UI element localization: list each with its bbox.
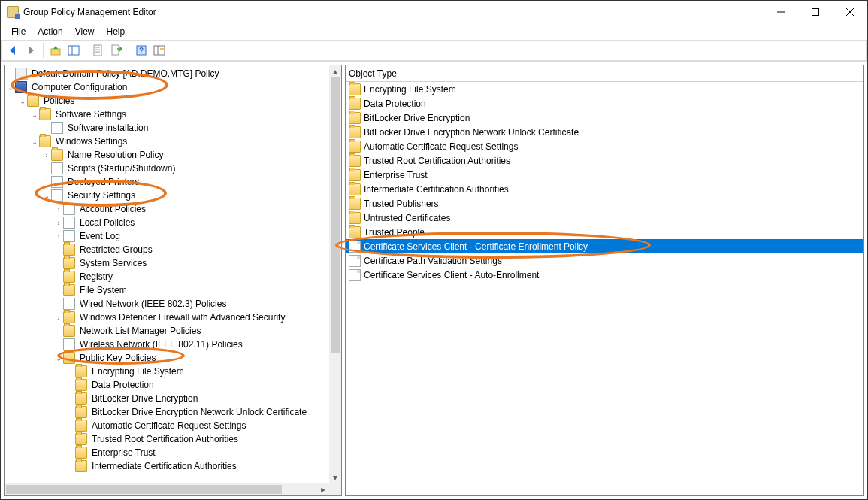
svg-rect-11	[112, 45, 119, 55]
tree-local-policies[interactable]: ›Local Policies	[5, 216, 329, 229]
folder-icon	[349, 155, 361, 167]
folder-icon	[27, 95, 39, 107]
tree-efs[interactable]: ›Encrypting File System	[5, 365, 329, 378]
chevron-down-icon[interactable]: ⌄	[30, 138, 39, 146]
chevron-right-icon[interactable]: ›	[42, 151, 51, 159]
chevron-right-icon[interactable]: ›	[54, 232, 63, 241]
tree-public-key-policies[interactable]: ⌄Public Key Policies	[5, 351, 329, 365]
tree-restricted-groups[interactable]: ›Restricted Groups	[5, 243, 329, 256]
list-body[interactable]: Encrypting File SystemData ProtectionBit…	[346, 82, 863, 495]
tree-bitlocker[interactable]: ›BitLocker Drive Encryption	[5, 392, 329, 405]
list-item[interactable]: Automatic Certificate Request Settings	[346, 139, 863, 153]
tree-security-settings[interactable]: ⌄Security Settings	[5, 189, 329, 202]
folder-icon	[75, 406, 87, 418]
tree-root[interactable]: ▾Default Domain Policy [AD.DEMO.MTG] Pol…	[5, 67, 329, 80]
tree-name-resolution[interactable]: ›Name Resolution Policy	[5, 148, 329, 162]
policy-icon	[63, 217, 75, 229]
properties-icon[interactable]	[90, 42, 107, 59]
chevron-down-icon[interactable]: ⌄	[42, 192, 51, 200]
list-item[interactable]: Trusted Publishers	[346, 196, 863, 211]
show-hide-tree-icon[interactable]	[65, 42, 82, 59]
menu-file[interactable]: File	[5, 24, 32, 39]
svg-rect-5	[68, 46, 79, 55]
close-button[interactable]	[833, 1, 867, 23]
folder-icon	[63, 271, 75, 283]
export-icon[interactable]	[108, 42, 125, 59]
tree-registry[interactable]: ›Registry	[5, 270, 329, 283]
list-item[interactable]: Certificate Path Validation Settings	[346, 253, 863, 268]
list-item[interactable]: Certificate Services Client - Auto-Enrol…	[346, 268, 863, 282]
tree-policies[interactable]: ⌄Policies	[5, 94, 329, 108]
vertical-scrollbar[interactable]: ▴ ▾	[329, 65, 341, 483]
tree-software-settings[interactable]: ⌄Software Settings	[5, 108, 329, 121]
chevron-right-icon[interactable]: ›	[54, 314, 63, 322]
tree-ica[interactable]: ›Intermediate Certification Authorities	[5, 459, 329, 473]
folder-icon	[75, 379, 87, 391]
column-header-object-type[interactable]: Object Type	[349, 68, 397, 79]
forward-icon[interactable]	[23, 42, 39, 59]
tree-pane: ▾Default Domain Policy [AD.DEMO.MTG] Pol…	[4, 65, 342, 496]
tree-account-policies[interactable]: ›Account Policies	[5, 202, 329, 216]
certificate-settings-icon	[349, 241, 361, 253]
tree-file-system[interactable]: ›File System	[5, 283, 329, 297]
titlebar: Group Policy Management Editor	[1, 1, 867, 23]
list-item[interactable]: Enterprise Trust	[346, 168, 863, 182]
list-item-label: Trusted Publishers	[364, 198, 439, 209]
tree-deployed-printers[interactable]: ›Deployed Printers	[5, 175, 329, 189]
svg-text:?: ?	[139, 47, 144, 55]
horizontal-scrollbar[interactable]: ◂ ▸	[5, 483, 329, 495]
certificate-settings-icon	[349, 255, 361, 267]
folder-icon	[349, 198, 361, 210]
chevron-down-icon[interactable]: ⌄	[54, 354, 63, 362]
tree-ent-trust[interactable]: ›Enterprise Trust	[5, 446, 329, 459]
list-item[interactable]: BitLocker Drive Encryption Network Unloc…	[346, 125, 863, 139]
tree-system-services[interactable]: ›System Services	[5, 256, 329, 270]
chevron-right-icon[interactable]: ›	[54, 219, 63, 227]
folder-icon	[75, 460, 87, 472]
list-header[interactable]: Object Type	[346, 65, 863, 82]
tree-wireless[interactable]: ›Wireless Network (IEEE 802.11) Policies	[5, 338, 329, 351]
scroll-right-icon[interactable]: ▸	[317, 483, 329, 495]
chevron-down-icon[interactable]: ⌄	[30, 111, 39, 119]
chevron-right-icon[interactable]: ›	[54, 205, 63, 214]
list-item[interactable]: Data Protection	[346, 96, 863, 111]
list-item-label: Certificate Services Client - Certificat…	[364, 241, 588, 252]
folder-icon	[349, 83, 361, 95]
tree-bitlocker-nu[interactable]: ›BitLocker Drive Encryption Network Unlo…	[5, 405, 329, 419]
menu-help[interactable]: Help	[101, 24, 132, 39]
chevron-down-icon[interactable]: ⌄	[6, 83, 15, 92]
tree-scripts[interactable]: ›Scripts (Startup/Shutdown)	[5, 162, 329, 175]
list-item[interactable]: Encrypting File System	[346, 82, 863, 96]
chevron-down-icon[interactable]: ⌄	[18, 97, 27, 105]
filter-icon[interactable]	[151, 42, 168, 59]
minimize-button[interactable]	[764, 1, 798, 23]
menu-action[interactable]: Action	[32, 24, 68, 39]
list-item[interactable]: Trusted Root Certification Authorities	[346, 153, 863, 168]
tree-body[interactable]: ▾Default Domain Policy [AD.DEMO.MTG] Pol…	[5, 65, 329, 483]
tree-windows-settings[interactable]: ⌄Windows Settings	[5, 135, 329, 148]
tree-event-log[interactable]: ›Event Log	[5, 229, 329, 243]
tree-computer-config[interactable]: ⌄Computer Configuration	[5, 80, 329, 94]
list-item[interactable]: Certificate Services Client - Certificat…	[346, 239, 863, 253]
list-item[interactable]: BitLocker Drive Encryption	[346, 111, 863, 125]
tree-wired[interactable]: ›Wired Network (IEEE 802.3) Policies	[5, 297, 329, 311]
tree-label: Default Domain Policy [AD.DEMO.MTG] Poli…	[30, 68, 220, 79]
tree-dataprot[interactable]: ›Data Protection	[5, 378, 329, 392]
tree-software-installation[interactable]: ▾Software installation	[5, 121, 329, 135]
maximize-button[interactable]	[798, 1, 833, 23]
up-folder-icon[interactable]	[47, 42, 64, 59]
list-item[interactable]: Intermediate Certification Authorities	[346, 182, 863, 196]
list-item[interactable]: Trusted People	[346, 225, 863, 239]
list-item[interactable]: Untrusted Certificates	[346, 211, 863, 225]
tree-trca[interactable]: ›Trusted Root Certification Authorities	[5, 432, 329, 446]
scroll-down-icon[interactable]: ▾	[329, 471, 341, 483]
list-item-label: BitLocker Drive Encryption	[364, 113, 470, 123]
tree-netlist[interactable]: ›Network List Manager Policies	[5, 324, 329, 338]
menu-view[interactable]: View	[69, 24, 101, 39]
tree-firewall[interactable]: ›Windows Defender Firewall with Advanced…	[5, 311, 329, 324]
scroll-up-icon[interactable]: ▴	[329, 65, 341, 77]
app-icon	[7, 6, 19, 18]
tree-acrs[interactable]: ›Automatic Certificate Request Settings	[5, 419, 329, 432]
help-icon[interactable]: ?	[133, 42, 150, 59]
back-icon[interactable]	[5, 42, 21, 59]
